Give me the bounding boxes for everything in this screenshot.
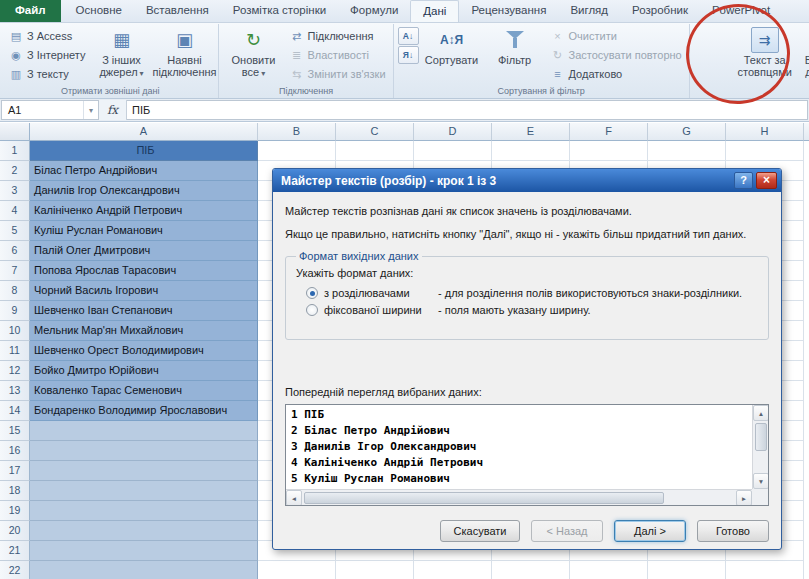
preview-horizontal-scrollbar[interactable]: ◄ ► [286,489,752,505]
tab-developer[interactable]: Розробник [620,0,700,22]
column-header-F[interactable]: F [570,123,648,141]
cell-A12[interactable]: Бойко Дмитро Юрійович [30,361,258,381]
cell-A17[interactable] [30,461,258,481]
row-header-5[interactable]: 5 [0,221,30,241]
connections-button[interactable]: ⇄ Підключення [286,27,388,45]
cell-F1[interactable] [570,141,648,161]
from-web-button[interactable]: ◉ З Інтернету [6,46,88,64]
row-header-7[interactable]: 7 [0,261,30,281]
reapply-button[interactable]: ↻ Застосувати повторно [548,46,685,64]
row-header-21[interactable]: 21 [0,541,30,561]
cell-A2[interactable]: Білас Петро Андрійович [30,161,258,181]
cell-F22[interactable] [570,561,648,579]
column-header-D[interactable]: D [414,123,492,141]
row-header-8[interactable]: 8 [0,281,30,301]
row-header-10[interactable]: 10 [0,321,30,341]
row-header-3[interactable]: 3 [0,181,30,201]
scroll-down-icon[interactable]: ▼ [753,473,769,489]
row-header-13[interactable]: 13 [0,381,30,401]
tab-review[interactable]: Рецензування [459,0,558,22]
sort-descending-button[interactable]: Я↓ [398,46,419,64]
insert-function-button[interactable]: fx [99,100,127,120]
text-to-columns-button[interactable]: ⇉ Текст за стовпцями [732,26,798,78]
row-header-1[interactable]: 1 [0,141,30,161]
row-header-22[interactable]: 22 [0,561,30,579]
cell-A7[interactable]: Попова Ярослав Тарасович [30,261,258,281]
column-header-C[interactable]: C [336,123,414,141]
cell-A20[interactable] [30,521,258,541]
column-header-H[interactable]: H [726,123,804,141]
cell-A16[interactable] [30,441,258,461]
sort-button[interactable]: А↕Я Сортувати [422,26,482,66]
cell-C22[interactable] [336,561,414,579]
delimited-radio[interactable] [306,287,318,299]
fixed-width-radio-label[interactable]: фіксованої ширини [324,304,432,316]
cell-A21[interactable] [30,541,258,561]
row-header-12[interactable]: 12 [0,361,30,381]
cell-A9[interactable]: Шевченко Іван Степанович [30,301,258,321]
back-button[interactable]: < Назад [531,520,603,542]
row-header-19[interactable]: 19 [0,501,30,521]
next-button[interactable]: Далі > [614,520,686,542]
select-all-corner[interactable] [0,123,30,141]
cell-H22[interactable] [726,561,804,579]
column-header-E[interactable]: E [492,123,570,141]
tab-powerpivot[interactable]: PowerPivot [700,0,782,22]
remove-duplicates-button[interactable]: ⊟ Видалити дублікати [801,26,809,78]
row-header-11[interactable]: 11 [0,341,30,361]
dialog-title-bar[interactable]: Майстер текстів (розбір) - крок 1 із 3 ?… [273,169,781,192]
cell-A11[interactable]: Шевченко Орест Володимирович [30,341,258,361]
name-box[interactable]: A1 ▾ [1,100,99,120]
cell-A15[interactable] [30,421,258,441]
row-header-6[interactable]: 6 [0,241,30,261]
name-box-dropdown-icon[interactable]: ▾ [83,101,98,119]
cell-E22[interactable] [492,561,570,579]
cell-A5[interactable]: Куліш Руслан Романович [30,221,258,241]
help-button[interactable]: ? [734,172,753,189]
cell-A3[interactable]: Данилів Ігор Олександрович [30,181,258,201]
scroll-right-icon[interactable]: ► [736,490,752,506]
cell-A18[interactable] [30,481,258,501]
cell-A10[interactable]: Мельник Мар'ян Михайлович [30,321,258,341]
tab-insert[interactable]: Вставлення [134,0,221,22]
cell-B1[interactable] [258,141,336,161]
tab-page-layout[interactable]: Розмітка сторінки [221,0,338,22]
cell-A1[interactable]: ПІБ [30,141,258,161]
cell-A4[interactable]: Калініченко Андрій Петрович [30,201,258,221]
cell-H1[interactable] [726,141,804,161]
row-header-14[interactable]: 14 [0,401,30,421]
cell-E1[interactable] [492,141,570,161]
column-header-G[interactable]: G [648,123,726,141]
from-access-button[interactable]: ▤ З Access [6,27,88,45]
cell-B22[interactable] [258,561,336,579]
row-header-2[interactable]: 2 [0,161,30,181]
cell-D1[interactable] [414,141,492,161]
advanced-filter-button[interactable]: ≡ Додатково [548,65,685,83]
cell-A6[interactable]: Палій Олег Дмитрович [30,241,258,261]
sort-ascending-button[interactable]: А↓ [398,27,419,45]
preview-vertical-scrollbar[interactable]: ▲ ▼ [752,405,768,489]
clear-filter-button[interactable]: × Очистити [548,27,685,45]
tab-home[interactable]: Основне [64,0,134,22]
finish-button[interactable]: Готово [697,520,769,542]
vertical-scroll-thumb[interactable] [755,423,767,451]
from-text-button[interactable]: ▥ З тексту [6,65,88,83]
row-header-4[interactable]: 4 [0,201,30,221]
close-button[interactable]: × [756,172,777,189]
tab-file[interactable]: Файл [0,0,61,22]
filter-button[interactable]: Фільтр [485,26,545,66]
cell-C1[interactable] [336,141,414,161]
scroll-up-icon[interactable]: ▲ [753,405,769,421]
cell-A22[interactable] [30,561,258,579]
cell-G22[interactable] [648,561,726,579]
existing-connections-button[interactable]: ▣ Наявні підключення [154,26,214,78]
cell-G1[interactable] [648,141,726,161]
tab-view[interactable]: Вигляд [558,0,620,22]
row-header-15[interactable]: 15 [0,421,30,441]
row-header-9[interactable]: 9 [0,301,30,321]
row-header-18[interactable]: 18 [0,481,30,501]
column-header-B[interactable]: B [258,123,336,141]
horizontal-scroll-thumb[interactable] [304,492,664,504]
cell-A14[interactable]: Бондаренко Володимир Ярославович [30,401,258,421]
edit-links-button[interactable]: ⇆ Змінити зв'язки [286,65,388,83]
